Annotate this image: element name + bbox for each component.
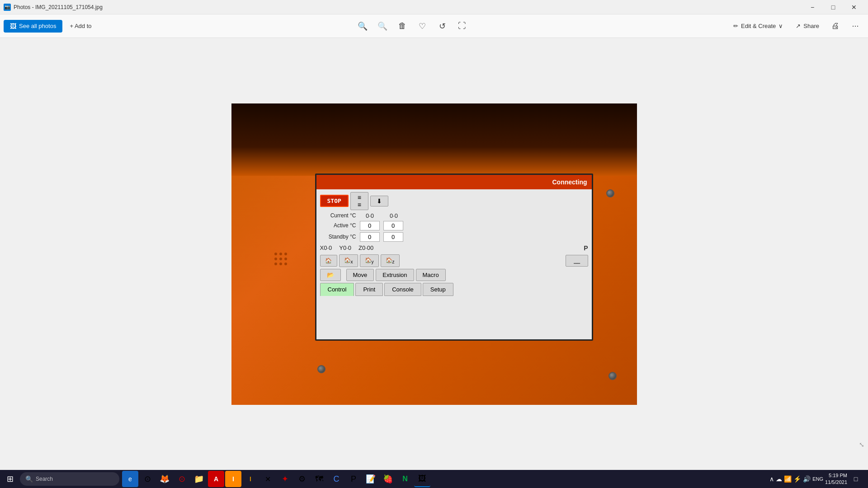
tab-console[interactable]: Console [384, 283, 421, 296]
home-all-button[interactable]: 🏠 [320, 255, 337, 267]
lang-indicator[interactable]: ENG [812, 476, 823, 482]
zoom-in-icon: 🔍 [358, 21, 368, 31]
favorite-button[interactable]: ♡ [413, 17, 431, 35]
pi-icon: 🍓 [383, 474, 393, 484]
active-temp-input2[interactable] [383, 221, 403, 230]
notification-button[interactable]: □ [849, 471, 863, 487]
screw-tr [606, 189, 614, 197]
file-button[interactable]: 📂 [320, 269, 341, 281]
taskbar-app-n[interactable]: N [397, 471, 413, 487]
home-y-button[interactable]: 🏠y [360, 254, 379, 267]
start-button[interactable]: ⊞ [2, 471, 18, 487]
zoom-in-button[interactable]: 🔍 [354, 17, 372, 35]
taskbar-clock[interactable]: 5:19 PM 11/5/2021 [825, 472, 847, 486]
volume-icon[interactable]: 🔊 [803, 475, 811, 483]
taskbar-app-firefox[interactable]: 🦊 [156, 471, 173, 487]
edge-icon: e [128, 475, 132, 483]
p-indicator: P [584, 244, 588, 252]
chevron-up-icon[interactable]: ∧ [769, 475, 774, 483]
wifi-icon[interactable]: ⚡ [793, 475, 801, 483]
taskbar-app-explorer[interactable]: 📁 [191, 471, 207, 487]
standby-temp-row: Standby °C [320, 232, 588, 242]
move-button[interactable]: Move [346, 269, 374, 281]
screw-br [609, 372, 617, 380]
taskbar-app-pycharm[interactable]: P [345, 471, 362, 487]
speaker [274, 253, 288, 266]
taskbar-app-edge[interactable]: e [122, 471, 138, 487]
standby-temp-input1[interactable] [360, 232, 380, 242]
maximize-button[interactable]: □ [823, 0, 844, 14]
more-icon: ··· [852, 21, 859, 31]
photo-container: Connecting STOP ≡≡ ⬇ [231, 103, 637, 405]
current-temp-val1: 0·0 [360, 212, 380, 219]
tab-bar: Control Print Console Setup [320, 283, 588, 296]
resize-handle[interactable]: ⤡ [859, 441, 864, 448]
taskbar-apps: e ⊙ 🦊 ⊙ 📁 A I I ✕ ✦ ⚙ [122, 471, 430, 487]
connecting-status: Connecting [552, 178, 587, 186]
stop-button[interactable]: STOP [320, 195, 349, 207]
taskbar-app-excel[interactable]: ✕ [259, 471, 276, 487]
explorer-icon: 📁 [194, 474, 204, 484]
taskbar-app-photos[interactable]: 🖼 [414, 471, 430, 487]
taskbar-app-maps[interactable]: 🗺 [311, 471, 327, 487]
taskbar-app-sticky[interactable]: 📝 [363, 471, 379, 487]
taskbar-app-redstar[interactable]: ✦ [277, 471, 293, 487]
active-temp-row: Active °C [320, 221, 588, 230]
tab-setup[interactable]: Setup [423, 283, 453, 296]
add-to-button[interactable]: + Add to [64, 20, 97, 32]
taskbar-app-ida[interactable]: I [225, 471, 241, 487]
taskbar-app-irfan[interactable]: I [242, 471, 259, 487]
taskbar-app-s[interactable]: ⚙ [294, 471, 310, 487]
taskbar-app-acrobat[interactable]: A [208, 471, 224, 487]
network-button[interactable]: ⎯⎯ [566, 255, 588, 267]
tab-control[interactable]: Control [320, 283, 354, 296]
extrusion-button[interactable]: Extrusion [376, 269, 414, 281]
extruder-icon-button[interactable]: ⬇ [370, 196, 388, 206]
firefox-icon: 🦊 [160, 474, 170, 484]
active-temp-input1[interactable] [360, 221, 380, 230]
taskbar-search[interactable]: 🔍 Search [20, 472, 119, 486]
printer-screen: Connecting STOP ≡≡ ⬇ [315, 174, 593, 341]
rotate-button[interactable]: ↺ [433, 17, 451, 35]
tab-print[interactable]: Print [355, 283, 383, 296]
taskbar-app-opera[interactable]: ⊙ [174, 471, 190, 487]
home-x-button[interactable]: 🏠x [339, 254, 358, 267]
heat-icon-button[interactable]: ≡≡ [350, 192, 368, 210]
macro-button[interactable]: Macro [416, 269, 446, 281]
delete-icon: 🗑 [398, 21, 406, 31]
edit-icon: ✏ [733, 23, 738, 29]
more-button[interactable]: ··· [846, 17, 864, 35]
edit-create-button[interactable]: ✏ Edit & Create ∨ [728, 20, 788, 32]
print-icon: 🖨 [831, 21, 840, 31]
taskbar-app-chrome[interactable]: ⊙ [139, 471, 156, 487]
close-button[interactable]: ✕ [844, 0, 864, 14]
see-all-photos-button[interactable]: 🖼 See all photos [4, 20, 62, 33]
zoom-out-icon: 🔍 [377, 21, 387, 31]
z-coord: Z0·00 [359, 244, 373, 251]
pycharm-icon: P [351, 474, 356, 484]
s-app-icon: ⚙ [298, 474, 306, 484]
minimize-button[interactable]: − [802, 0, 823, 14]
zoom-out-button[interactable]: 🔍 [373, 17, 392, 35]
coords-row: X0·0 Y0·0 Z0·00 P [320, 244, 588, 252]
taskbar-app-chromium[interactable]: C [328, 471, 344, 487]
crop-icon: ⛶ [458, 21, 466, 31]
share-button[interactable]: ↗ Share [790, 20, 825, 32]
opera-icon: ⊙ [179, 474, 185, 484]
notification-icon: □ [854, 475, 858, 483]
print-button[interactable]: 🖨 [826, 17, 844, 35]
taskbar: ⊞ 🔍 Search e ⊙ 🦊 ⊙ 📁 A I I ✕ [0, 470, 868, 488]
home-z-button[interactable]: 🏠z [381, 254, 400, 267]
network-tray-icon[interactable]: 📶 [784, 475, 792, 483]
taskbar-app-pi[interactable]: 🍓 [380, 471, 396, 487]
standby-temp-label: Standby °C [320, 234, 356, 240]
printer-housing: Connecting STOP ≡≡ ⬇ [231, 103, 637, 405]
sticky-icon: 📝 [366, 474, 376, 484]
delete-button[interactable]: 🗑 [393, 17, 411, 35]
printer-top [231, 103, 637, 176]
onedrive-icon[interactable]: ☁ [776, 475, 782, 483]
ida-icon: I [232, 475, 234, 483]
search-icon: 🔍 [25, 475, 33, 483]
standby-temp-input2[interactable] [383, 232, 403, 242]
crop-button[interactable]: ⛶ [453, 17, 471, 35]
